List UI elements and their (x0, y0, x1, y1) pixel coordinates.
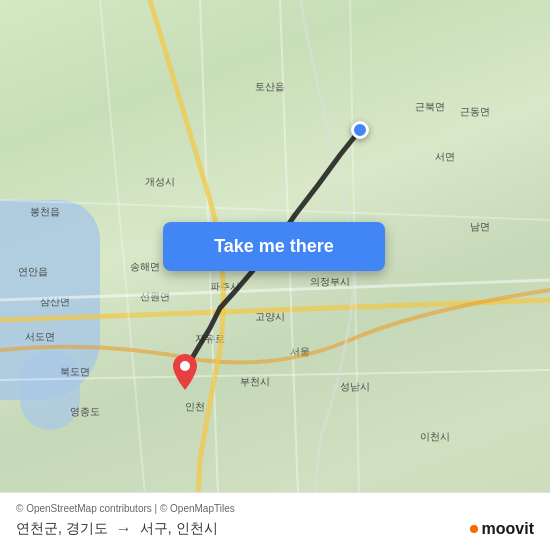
bottom-bar: © OpenStreetMap contributors | © OpenMap… (0, 492, 550, 550)
take-me-there-button[interactable]: Take me there (163, 222, 385, 271)
attribution-text: © OpenStreetMap contributors | © OpenMap… (16, 503, 534, 514)
origin-label: 연천군, 경기도 (16, 520, 108, 538)
svg-point-8 (180, 361, 190, 371)
water-small (20, 350, 80, 430)
moovit-logo: moovit (470, 520, 534, 538)
moovit-dot (470, 525, 478, 533)
arrow-icon: → (116, 520, 132, 538)
destination-marker (173, 354, 197, 386)
destination-label: 서구, 인천시 (140, 520, 218, 538)
moovit-logo-text: moovit (470, 520, 534, 538)
map-container: 봉천읍 연안읍 삼산면 서도면 북도면 영종도 개성시 송해면 선원면 자유로 … (0, 0, 550, 550)
route-info: 연천군, 경기도 → 서구, 인천시 moovit (16, 520, 534, 538)
origin-marker (351, 121, 369, 139)
